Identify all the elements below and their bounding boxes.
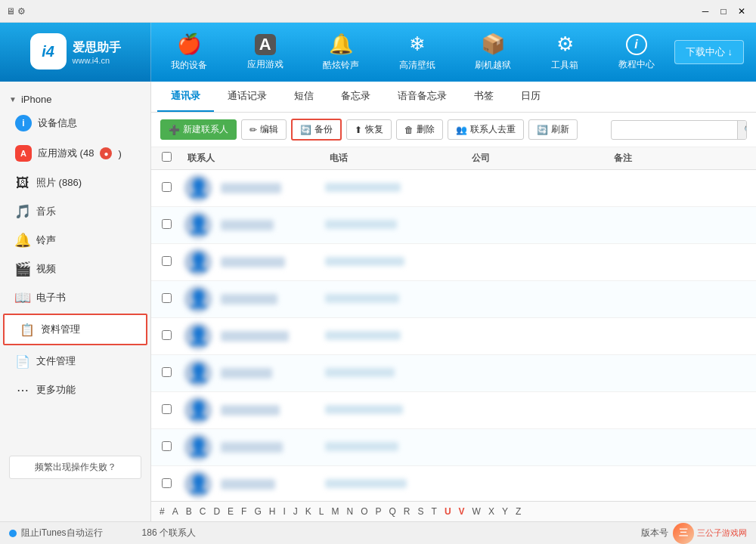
edit-button[interactable]: ✏ 编辑 [241,119,287,140]
alpha-Q[interactable]: Q [387,505,398,518]
alpha-W[interactable]: W [470,505,483,518]
alpha-G[interactable]: G [252,505,263,518]
nav-toolbox[interactable]: ⚙ 工具箱 [539,23,590,82]
table-row[interactable]: 👤 [151,466,756,501]
new-contact-button[interactable]: ➕ 新建联系人 [160,119,237,140]
ebook-icon: 📖 [15,290,30,305]
nav-tutorials[interactable]: i 教程中心 [606,23,667,82]
alpha-I[interactable]: I [280,505,287,518]
alpha-B[interactable]: B [184,505,194,518]
sidebar-item-ebooks[interactable]: 📖 电子书 [0,283,150,312]
alpha-X[interactable]: X [486,505,497,518]
alpha-P[interactable]: P [373,505,384,518]
table-row[interactable]: 👤 [151,429,756,466]
status-dot-icon [9,530,17,537]
tab-contacts[interactable]: 通讯录 [157,82,214,112]
row-checkbox[interactable] [162,404,172,414]
alpha-H[interactable]: H [267,505,278,518]
row-checkbox[interactable] [162,478,172,488]
table-row[interactable]: 👤 [151,392,756,429]
alpha-R[interactable]: R [401,505,413,518]
restore-button[interactable]: ⬆ 恢复 [346,119,392,140]
restore-icon: ⬆ [355,125,362,135]
alpha-N[interactable]: N [344,505,355,518]
table-row[interactable]: 👤 [151,355,756,392]
help-button[interactable]: 频繁出现操作失败？ [9,456,141,479]
nav-jailbreak[interactable]: 📦 刷机越狱 [463,23,523,82]
alpha-hash[interactable]: # [157,505,167,518]
row-checkbox[interactable] [162,330,172,340]
alpha-A[interactable]: A [170,505,181,518]
tab-sms[interactable]: 短信 [280,82,327,112]
row-checkbox[interactable] [162,256,172,266]
alpha-V[interactable]: V [457,505,467,518]
row-checkbox[interactable] [162,182,172,192]
nav-wallpaper[interactable]: ❄ 高清壁纸 [387,23,448,82]
header-check [151,152,181,165]
minimize-button[interactable]: ─ [697,3,714,20]
table-row[interactable]: 👤 [151,207,756,244]
search-button[interactable]: 🔍 [737,121,747,139]
table-row[interactable]: 👤 [151,170,756,207]
alpha-U[interactable]: U [442,505,454,518]
search-input[interactable] [612,122,737,138]
sidebar-section-title: ▼ iPhone [0,88,150,108]
nav-app-games[interactable]: A 应用游戏 [235,23,296,82]
tab-voice-notes[interactable]: 语音备忘录 [384,82,460,112]
nav-my-device-label: 我的设备 [171,59,207,72]
section-iphone-label: iPhone [21,94,51,105]
close-button[interactable]: ✕ [733,3,750,20]
alpha-K[interactable]: K [303,505,314,518]
tab-notes[interactable]: 备忘录 [327,82,384,112]
contact-name [221,479,275,490]
table-row[interactable]: 👤 [151,318,756,355]
tab-calendar[interactable]: 日历 [507,82,554,112]
sidebar-item-more[interactable]: ⋯ 更多功能 [0,376,150,404]
alpha-F[interactable]: F [239,505,249,518]
sidebar-item-data-manage[interactable]: 📋 资料管理 [3,314,147,345]
table-row[interactable]: 👤 [151,281,756,318]
tab-call-log[interactable]: 通话记录 [214,82,280,112]
sidebar-item-photos[interactable]: 🖼 照片 (886) [0,168,150,197]
refresh-button[interactable]: 🔄 刷新 [528,119,578,140]
alpha-E[interactable]: E [225,505,236,518]
gear-icon: ⚙ [556,32,574,56]
nav-items: 🍎 我的设备 A 应用游戏 🔔 酷炫铃声 ❄ 高清壁纸 📦 刷机越狱 ⚙ 工具箱… [151,23,674,82]
alpha-C[interactable]: C [197,505,209,518]
alpha-Y[interactable]: Y [500,505,510,518]
alpha-M[interactable]: M [329,505,341,518]
row-checkbox[interactable] [162,367,172,377]
restore-button[interactable]: □ [715,3,732,20]
nav-ringtones[interactable]: 🔔 酷炫铃声 [311,23,371,82]
contact-phone [325,183,469,193]
row-checkbox[interactable] [162,441,172,451]
sidebar-item-video[interactable]: 🎬 视频 [0,255,150,283]
row-checkbox[interactable] [162,219,172,229]
table-row[interactable]: 👤 [151,244,756,281]
contact-name [221,331,289,342]
nav-my-device[interactable]: 🍎 我的设备 [159,23,219,82]
delete-button[interactable]: 🗑 删除 [396,119,443,140]
sidebar-item-music[interactable]: 🎵 音乐 [0,197,150,226]
download-center-button[interactable]: 下载中心 ↓ [674,40,744,64]
alpha-J[interactable]: J [291,505,300,518]
snowflake-icon: ❄ [409,32,426,56]
alpha-O[interactable]: O [358,505,370,518]
tab-bookmarks[interactable]: 书签 [460,82,507,112]
select-all-checkbox[interactable] [162,152,172,162]
box-icon: 📦 [481,32,505,56]
merge-button[interactable]: 👥 联系人去重 [448,119,524,140]
alpha-L[interactable]: L [317,505,327,518]
sidebar-item-ringtones[interactable]: 🔔 铃声 [0,226,150,255]
alpha-D[interactable]: D [211,505,222,518]
sidebar-item-apps[interactable]: A 应用游戏 (48 ● ) [0,138,150,168]
backup-button[interactable]: 🔄 备份 [291,119,342,141]
sidebar-item-file-manage[interactable]: 📄 文件管理 [0,347,150,376]
contact-name-cell: 👤 [181,175,325,202]
alpha-T[interactable]: T [429,505,439,518]
alpha-S[interactable]: S [416,505,426,518]
row-checkbox[interactable] [162,293,172,303]
sidebar-item-device-info[interactable]: i 设备信息 [0,108,150,138]
brand-name: 爱思助手 [73,40,121,56]
alpha-Z[interactable]: Z [513,505,523,518]
